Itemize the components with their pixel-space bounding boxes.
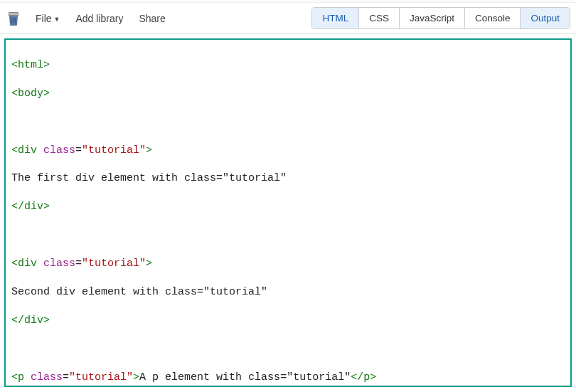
tab-output[interactable]: Output (521, 8, 570, 28)
tab-javascript[interactable]: JavaScript (400, 8, 465, 28)
tab-css[interactable]: CSS (359, 8, 400, 28)
toolbar: File▼ Add library Share HTML CSS JavaScr… (0, 3, 576, 34)
chevron-down-icon: ▼ (54, 16, 60, 23)
tab-html[interactable]: HTML (312, 8, 359, 28)
code-line (11, 342, 565, 356)
code-line: <html> (11, 58, 565, 73)
svg-rect-4 (15, 18, 16, 23)
svg-rect-1 (9, 13, 18, 15)
svg-rect-3 (13, 18, 14, 23)
share-menu[interactable]: Share (137, 10, 166, 27)
file-menu-label: File (36, 13, 52, 24)
code-line (11, 115, 565, 129)
code-line: The first div element with class="tutori… (11, 171, 565, 186)
svg-rect-2 (11, 18, 12, 23)
code-editor[interactable]: <html> <body> <div class="tutorial"> The… (4, 38, 572, 387)
jsbin-logo-icon[interactable] (6, 11, 21, 26)
code-line: </div> (11, 200, 565, 214)
toolbar-left: File▼ Add library Share (6, 10, 167, 27)
code-line: <body> (11, 87, 565, 101)
code-line: <p class="tutorial">A p element with cla… (11, 371, 565, 385)
code-line: <div class="tutorial"> (11, 257, 565, 271)
code-line (11, 228, 565, 243)
add-library-menu[interactable]: Add library (74, 10, 124, 27)
code-line: <div class="tutorial"> (11, 144, 565, 158)
panel-tabs: HTML CSS JavaScript Console Output (311, 7, 570, 29)
tab-console[interactable]: Console (465, 8, 521, 28)
file-menu[interactable]: File▼ (34, 10, 61, 27)
editor-container: <html> <body> <div class="tutorial"> The… (0, 34, 576, 391)
code-line: </div> (11, 314, 565, 328)
code-line: Second div element with class="tutorial" (11, 285, 565, 300)
